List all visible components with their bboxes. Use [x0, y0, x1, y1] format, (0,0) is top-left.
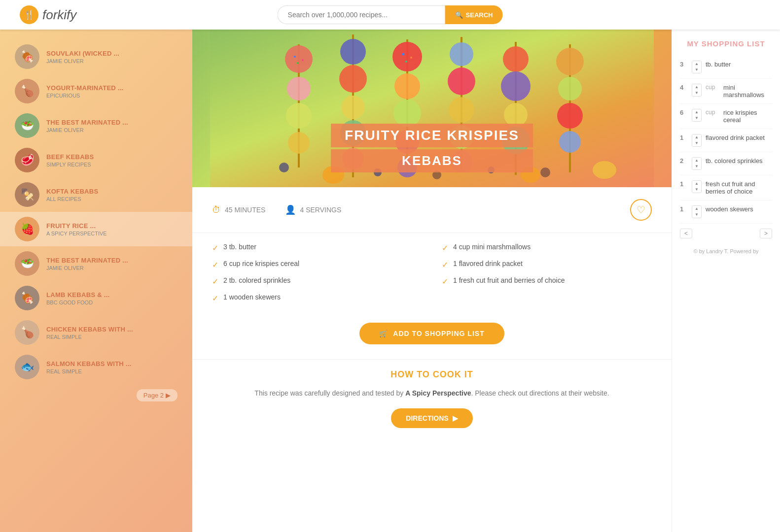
- qty-decrease-button[interactable]: ▼: [692, 90, 701, 96]
- qty-decrease-button[interactable]: ▼: [692, 187, 701, 193]
- add-to-shopping-list-button[interactable]: 🛒 ADD TO SHOPPING LIST: [359, 323, 504, 344]
- shopping-item-name: fresh cut fruit and berries of choice: [706, 180, 772, 195]
- ingredient-text: 6 cup rice krispies cereal: [223, 260, 299, 267]
- shopping-item-name: tb. colored sprinkles: [706, 157, 772, 165]
- ingredient-check-icon: ✓: [212, 277, 218, 286]
- sidebar-avatar: 🥩: [15, 148, 39, 172]
- sidebar-avatar: 🍗: [15, 79, 39, 103]
- qty-decrease-button[interactable]: ▼: [692, 115, 701, 121]
- svg-point-37: [558, 77, 582, 100]
- scroll-arrows: < >: [680, 224, 772, 238]
- logo-icon: 🍴: [20, 5, 38, 24]
- qty-decrease-button[interactable]: ▼: [692, 212, 701, 218]
- ingredient-item: ✓ 3 tb. butter: [212, 243, 422, 253]
- sidebar-recipe-name: BEEF KEBABS: [46, 153, 177, 161]
- ingredient-check-icon: ✓: [442, 243, 448, 253]
- sidebar-avatar: 🍢: [15, 182, 39, 207]
- sidebar-item[interactable]: 🍖 LAMB KEBABS & ... BBC GOOD FOOD: [0, 281, 192, 315]
- shopping-list-item: 3 ▲ ▼ tb. butter: [680, 56, 772, 79]
- main-container: 🍖 SOUVLAKI (WICKED ... JAMIE OLIVER 🍗 YO…: [0, 30, 780, 532]
- shopping-item-name: tb. butter: [706, 61, 772, 68]
- svg-point-36: [556, 48, 584, 75]
- ingredient-item: ✓ 1 wooden skewers: [212, 293, 422, 303]
- qty-increase-button[interactable]: ▲: [692, 84, 701, 90]
- page-nav-button[interactable]: Page 2 ▶: [137, 389, 177, 401]
- scroll-left-button[interactable]: <: [680, 229, 692, 238]
- sidebar-item[interactable]: 🥩 BEEF KEBABS SIMPLY RECIPES: [0, 143, 192, 177]
- svg-point-27: [449, 97, 474, 123]
- svg-point-11: [339, 65, 367, 93]
- shopping-qty: 3: [680, 61, 688, 68]
- shopping-list-item: 4 ▲ ▼ cup mini marshmallows: [680, 79, 772, 104]
- search-icon: 🔍: [455, 11, 463, 19]
- qty-decrease-button[interactable]: ▼: [692, 164, 701, 169]
- svg-point-32: [501, 71, 531, 101]
- ingredient-text: 1 wooden skewers: [223, 293, 281, 301]
- ingredient-item: ✓ 2 tb. colored sprinkles: [212, 276, 422, 286]
- svg-point-31: [503, 46, 529, 72]
- page-nav-arrow: ▶: [166, 392, 171, 399]
- search-input[interactable]: [278, 5, 445, 24]
- qty-increase-button[interactable]: ▲: [692, 61, 701, 67]
- ingredient-item: ✓ 1 fresh cut fruit and berries of choic…: [442, 276, 652, 286]
- svg-point-39: [559, 131, 581, 153]
- qty-increase-button[interactable]: ▲: [692, 181, 701, 187]
- qty-increase-button[interactable]: ▲: [692, 206, 701, 212]
- sidebar-item[interactable]: 🍗 CHICKEN KEBABS WITH ... REAL SIMPLE: [0, 315, 192, 350]
- qty-control: ▲ ▼: [692, 205, 702, 218]
- ingredient-text: 1 flavored drink packet: [453, 260, 523, 267]
- svg-point-44: [540, 167, 550, 177]
- sidebar-author: JAMIE OLIVER: [46, 127, 177, 133]
- sidebar-recipe-name: YOGURT-MARINATED ...: [46, 84, 177, 92]
- arrow-icon: ▶: [453, 414, 458, 422]
- shopping-qty: 2: [680, 157, 688, 165]
- sidebar-item[interactable]: 🍢 KOFTA KEBABS ALL RECIPES: [0, 177, 192, 212]
- directions-button[interactable]: DIRECTIONS ▶: [391, 408, 472, 428]
- cook-description: This recipe was carefully designed and t…: [212, 388, 652, 399]
- sidebar-author: REAL SIMPLE: [46, 334, 177, 340]
- svg-point-33: [504, 103, 528, 127]
- sidebar-avatar: 🍖: [15, 286, 39, 310]
- recipe-hero: FRUITY RICE KRISPIES KEBABS: [192, 30, 672, 187]
- ingredient-text: 3 tb. butter: [223, 243, 256, 251]
- sidebar-item[interactable]: 🥗 THE BEST MARINATED ... JAMIE OLIVER: [0, 246, 192, 281]
- sidebar-avatar: 🍖: [15, 44, 39, 69]
- unit-label: cup: [706, 84, 719, 91]
- qty-decrease-button[interactable]: ▼: [692, 67, 701, 73]
- sidebar-recipe-name: THE BEST MARINATED ...: [46, 119, 177, 126]
- favorite-button[interactable]: ♡: [630, 199, 652, 221]
- shopping-list-scroll[interactable]: 3 ▲ ▼ tb. butter 4 ▲ ▼ cup mini marshmal…: [680, 56, 772, 224]
- qty-increase-button[interactable]: ▲: [692, 134, 701, 140]
- shopping-item-name: rice krispies cereal: [723, 109, 772, 124]
- sidebar-avatar: 🍓: [15, 217, 39, 241]
- shopping-list-item: 6 ▲ ▼ cup rice krispies cereal: [680, 104, 772, 129]
- shopping-list-item: 1 ▲ ▼ wooden skewers: [680, 200, 772, 224]
- sidebar-item[interactable]: 🍗 YOGURT-MARINATED ... EPICURIOUS: [0, 74, 192, 108]
- sidebar-avatar: 🐟: [15, 355, 39, 379]
- sidebar-text: KOFTA KEBABS ALL RECIPES: [46, 188, 177, 202]
- sidebar-item[interactable]: 🥗 THE BEST MARINATED ... JAMIE OLIVER: [0, 108, 192, 143]
- svg-point-25: [450, 42, 473, 66]
- sidebar-author: BBC GOOD FOOD: [46, 299, 177, 305]
- qty-control: ▲ ▼: [692, 109, 702, 122]
- sidebar-item[interactable]: 🍖 SOUVLAKI (WICKED ... JAMIE OLIVER: [0, 39, 192, 74]
- scroll-right-button[interactable]: >: [760, 229, 772, 238]
- sidebar-text: THE BEST MARINATED ... JAMIE OLIVER: [46, 257, 177, 271]
- sidebar-item[interactable]: 🐟 SALMON KEBABS WITH ... REAL SIMPLE: [0, 350, 192, 384]
- servings-label: 4 SERVINGS: [300, 206, 341, 214]
- qty-increase-button[interactable]: ▲: [692, 109, 701, 115]
- sidebar-recipe-name: FRUITY RICE ...: [46, 222, 177, 230]
- sidebar-item[interactable]: 🍓 FRUITY RICE ... A SPICY PERSPECTIVE: [0, 212, 192, 246]
- sidebar-text: CHICKEN KEBABS WITH ... REAL SIMPLE: [46, 326, 177, 340]
- qty-decrease-button[interactable]: ▼: [692, 140, 701, 146]
- sidebar-text: THE BEST MARINATED ... JAMIE OLIVER: [46, 119, 177, 133]
- svg-point-5: [288, 132, 310, 154]
- ingredient-check-icon: ✓: [442, 277, 448, 286]
- search-button[interactable]: 🔍 SEARCH: [445, 5, 503, 24]
- qty-increase-button[interactable]: ▲: [692, 158, 701, 164]
- logo-text: forkify: [42, 7, 76, 23]
- sidebar-author: EPICURIOUS: [46, 93, 177, 99]
- sidebar-text: YOGURT-MARINATED ... EPICURIOUS: [46, 84, 177, 99]
- cart-icon: 🛒: [379, 330, 388, 337]
- shopping-list-item: 2 ▲ ▼ tb. colored sprinkles: [680, 152, 772, 175]
